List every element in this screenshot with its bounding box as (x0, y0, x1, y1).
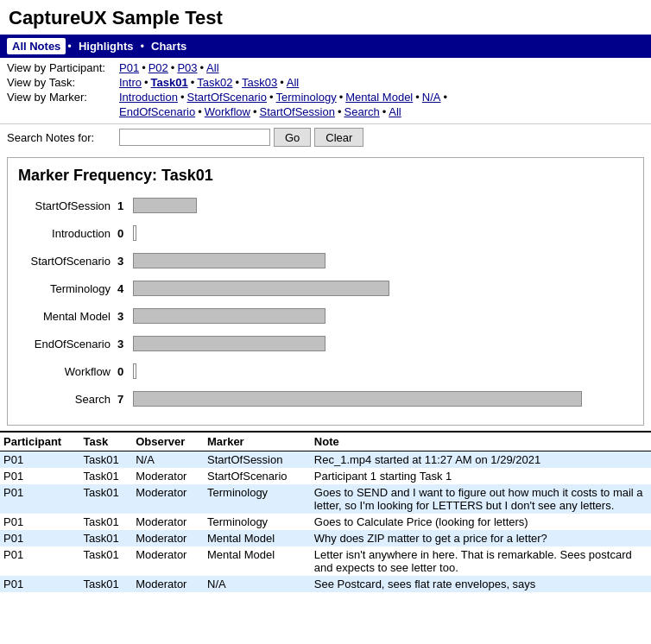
participant-row: View by Participant: P01 • P02 • P03 • A… (7, 61, 644, 74)
tab-bar: All Notes • Highlights • Charts (0, 35, 651, 58)
nav-marker-all[interactable]: All (389, 105, 401, 118)
bar-value: 1 (117, 199, 130, 212)
table-row[interactable]: P01Task01ModeratorMental ModelLetter isn… (0, 546, 651, 576)
table-row[interactable]: P01Task01ModeratorMental ModelWhy does Z… (0, 530, 651, 546)
col-participant: Participant (0, 432, 80, 451)
nav-p02[interactable]: P02 (149, 61, 168, 74)
tab-sep-2: • (138, 40, 146, 53)
bar-label: StartOfSession (18, 199, 117, 212)
data-table: Participant Task Observer Marker Note P0… (0, 432, 651, 592)
nav-task-intro[interactable]: Intro (119, 76, 142, 89)
nav-p01[interactable]: P01 (119, 61, 139, 74)
tab-charts[interactable]: Charts (146, 38, 192, 54)
chart-bars: StartOfSession1Introduction0StartOfScena… (18, 195, 633, 409)
table-row[interactable]: P01Task01ModeratorN/ASee Postcard, sees … (0, 576, 651, 592)
bar-row: Search7 (18, 388, 633, 409)
bar-row: Workflow0 (18, 361, 633, 382)
bar-row: Introduction0 (18, 223, 633, 243)
app-title: CaptureUX Sample Test (9, 7, 642, 29)
nav-task-task03[interactable]: Task03 (242, 76, 277, 89)
cell-note: Goes to SEND and I want to figure out ho… (311, 484, 651, 514)
bar-row: StartOfSession1 (18, 195, 633, 216)
chart-section: Marker Frequency: Task01 StartOfSession1… (7, 157, 644, 426)
nav-marker-workflow[interactable]: Workflow (205, 105, 250, 118)
cell-note: See Postcard, sees flat rate envelopes, … (311, 576, 651, 592)
cell-participant: P01 (0, 451, 80, 469)
search-row: Search Notes for: Go Clear (0, 124, 651, 152)
cell-observer: Moderator (132, 576, 204, 592)
cell-note: Participant 1 starting Task 1 (311, 468, 651, 484)
table-row[interactable]: P01Task01ModeratorStartOfScenarioPartici… (0, 468, 651, 484)
search-input[interactable] (119, 129, 270, 146)
bar-fill (133, 336, 326, 351)
tab-sep-1: • (66, 40, 73, 53)
cell-note: Why does ZIP matter to get a price for a… (311, 530, 651, 546)
bar-value: 3 (117, 310, 130, 323)
table-wrapper[interactable]: Participant Task Observer Marker Note P0… (0, 432, 651, 592)
nav-marker-introduction[interactable]: Introduction (119, 91, 178, 104)
bar-container: 7 (117, 391, 633, 407)
cell-observer: Moderator (132, 546, 204, 576)
bar-container: 0 (117, 363, 633, 379)
nav-marker-na[interactable]: N/A (422, 91, 441, 104)
cell-marker: Mental Model (204, 546, 311, 576)
bar-row: EndOfScenario3 (18, 333, 633, 354)
table-row[interactable]: P01Task01ModeratorTerminologyGoes to SEN… (0, 484, 651, 514)
tab-all-notes[interactable]: All Notes (7, 38, 66, 54)
nav-marker-mentalmodel[interactable]: Mental Model (345, 91, 413, 104)
nav-p-all[interactable]: All (206, 61, 218, 74)
bar-label: Mental Model (18, 310, 117, 323)
table-row[interactable]: P01Task01ModeratorTerminologyGoes to Cal… (0, 514, 651, 530)
marker-row-2: EndOfScenario • Workflow • StartOfSessio… (7, 105, 644, 118)
bar-fill (133, 225, 136, 241)
nav-marker-terminology[interactable]: Terminology (276, 91, 337, 104)
tab-highlights[interactable]: Highlights (73, 38, 139, 54)
bar-fill (133, 363, 136, 379)
bar-value: 7 (117, 393, 130, 406)
cell-note: Letter isn't anywhere in here. That is r… (311, 546, 651, 576)
cell-task: Task01 (80, 514, 133, 530)
cell-marker: StartOfSession (204, 451, 311, 469)
cell-task: Task01 (80, 530, 133, 546)
search-go-button[interactable]: Go (274, 128, 311, 147)
cell-note: Rec_1.mp4 started at 11:27 AM on 1/29/20… (311, 451, 651, 469)
search-label: Search Notes for: (7, 131, 119, 144)
bar-value: 4 (117, 282, 130, 295)
participant-label: View by Participant: (7, 61, 119, 74)
bar-fill (133, 391, 582, 407)
bar-value: 0 (117, 227, 130, 240)
bar-fill (133, 281, 389, 296)
cell-observer: N/A (132, 451, 204, 469)
bar-container: 3 (117, 336, 633, 351)
cell-marker: Terminology (204, 514, 311, 530)
table-header-row: Participant Task Observer Marker Note (0, 432, 651, 451)
cell-marker: N/A (204, 576, 311, 592)
cell-participant: P01 (0, 484, 80, 514)
marker-label: View by Marker: (7, 91, 119, 104)
nav-task-task01[interactable]: Task01 (151, 76, 188, 89)
cell-marker: StartOfScenario (204, 468, 311, 484)
bar-fill (133, 253, 326, 268)
bar-fill (133, 198, 197, 213)
nav-marker-search[interactable]: Search (344, 105, 380, 118)
task-row: View by Task: Intro • Task01 • Task02 • … (7, 76, 644, 89)
cell-task: Task01 (80, 451, 133, 469)
nav-marker-endofscenario[interactable]: EndOfScenario (119, 105, 195, 118)
nav-task-all[interactable]: All (287, 76, 299, 89)
bar-value: 3 (117, 338, 130, 350)
nav-task-task02[interactable]: Task02 (197, 76, 232, 89)
cell-task: Task01 (80, 546, 133, 576)
cell-observer: Moderator (132, 514, 204, 530)
table-row[interactable]: P01Task01N/AStartOfSessionRec_1.mp4 star… (0, 451, 651, 469)
task-label: View by Task: (7, 76, 119, 89)
nav-p03[interactable]: P03 (177, 61, 197, 74)
bar-value: 0 (117, 365, 130, 378)
cell-observer: Moderator (132, 484, 204, 514)
cell-task: Task01 (80, 468, 133, 484)
table-body: P01Task01N/AStartOfSessionRec_1.mp4 star… (0, 451, 651, 593)
bar-label: Introduction (18, 227, 117, 240)
bar-label: Workflow (18, 365, 117, 378)
nav-marker-startofsession[interactable]: StartOfSession (260, 105, 335, 118)
nav-marker-startofscenario[interactable]: StartOfScenario (187, 91, 268, 104)
search-clear-button[interactable]: Clear (314, 128, 363, 147)
